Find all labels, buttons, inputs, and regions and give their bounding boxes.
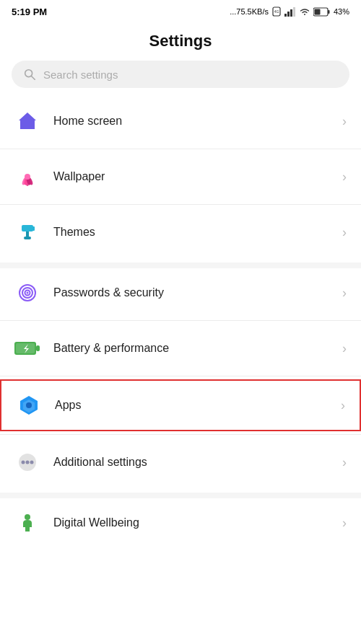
svg-point-18	[25, 174, 30, 180]
page-title: Settings	[0, 32, 361, 50]
svg-rect-22	[32, 226, 35, 231]
svg-point-35	[30, 461, 34, 464]
svg-point-36	[25, 514, 30, 520]
svg-rect-8	[314, 9, 320, 14]
network-speed: ...75.5KB/s	[230, 7, 269, 16]
svg-rect-20	[26, 231, 29, 237]
battery-icon	[313, 7, 331, 17]
page-title-container: Settings	[0, 23, 361, 61]
battery-percent: 43%	[334, 7, 349, 16]
svg-rect-2	[284, 14, 287, 17]
divider-4	[0, 376, 361, 376]
additional-icon	[14, 449, 40, 475]
search-icon	[23, 68, 36, 81]
section-divider-1	[0, 263, 361, 268]
apps-icon	[16, 392, 42, 418]
wallpaper-label: Wallpaper	[53, 170, 342, 183]
divider-2	[0, 204, 361, 205]
svg-rect-19	[22, 225, 33, 231]
svg-rect-4	[290, 9, 292, 17]
home-screen-icon	[14, 108, 40, 134]
svg-point-9	[25, 70, 32, 77]
sim-icon: 4G	[271, 6, 282, 17]
apps-label: Apps	[55, 399, 341, 412]
settings-group-2: Passwords & security › Battery & perform…	[0, 268, 361, 487]
additional-chevron: ›	[342, 455, 347, 470]
svg-rect-12	[25, 124, 30, 129]
svg-rect-5	[293, 7, 295, 17]
settings-item-home-screen[interactable]: Home screen ›	[0, 97, 361, 146]
themes-chevron: ›	[342, 225, 347, 240]
status-icons: ...75.5KB/s 4G 43%	[230, 6, 349, 17]
search-placeholder: Search settings	[43, 69, 118, 81]
themes-label: Themes	[53, 226, 342, 239]
svg-point-31	[26, 402, 32, 408]
settings-group-3: Digital Wellbeing ›	[0, 498, 361, 547]
svg-point-33	[22, 461, 25, 464]
home-screen-label: Home screen	[53, 115, 342, 128]
wallpaper-icon	[14, 164, 40, 190]
wifi-icon	[299, 7, 310, 17]
settings-item-wellbeing[interactable]: Digital Wellbeing ›	[0, 498, 361, 547]
search-bar[interactable]: Search settings	[12, 61, 349, 88]
divider-5	[0, 434, 361, 435]
passwords-chevron: ›	[342, 286, 347, 301]
svg-rect-21	[24, 237, 31, 239]
svg-rect-7	[328, 10, 330, 14]
settings-item-additional[interactable]: Additional settings ›	[0, 438, 361, 487]
status-bar: 5:19 PM ...75.5KB/s 4G 43%	[0, 0, 361, 23]
signal-icon	[284, 7, 296, 17]
svg-point-26	[27, 292, 29, 294]
additional-label: Additional settings	[53, 456, 342, 469]
svg-line-10	[32, 76, 35, 80]
battery-settings-icon	[14, 335, 40, 361]
status-time: 5:19 PM	[12, 6, 47, 17]
settings-item-passwords[interactable]: Passwords & security ›	[0, 268, 361, 317]
wallpaper-chevron: ›	[342, 169, 347, 185]
svg-text:4G: 4G	[274, 9, 279, 14]
passwords-label: Passwords & security	[53, 286, 342, 299]
settings-item-battery[interactable]: Battery & performance ›	[0, 324, 361, 373]
svg-rect-28	[36, 345, 40, 351]
divider-1	[0, 149, 361, 149]
passwords-icon	[14, 280, 40, 306]
divider-3	[0, 320, 361, 321]
wellbeing-chevron: ›	[342, 516, 347, 531]
wellbeing-icon	[14, 510, 40, 536]
apps-chevron: ›	[341, 398, 345, 413]
settings-group-1: Home screen › Wallpaper ›	[0, 97, 361, 257]
battery-chevron: ›	[342, 341, 347, 356]
search-container: Search settings	[0, 61, 361, 97]
svg-rect-3	[287, 12, 290, 17]
settings-item-apps[interactable]: Apps ›	[0, 379, 361, 431]
section-divider-2	[0, 493, 361, 498]
svg-point-34	[26, 461, 30, 464]
battery-label: Battery & performance	[53, 342, 342, 355]
settings-item-themes[interactable]: Themes ›	[0, 208, 361, 257]
home-screen-chevron: ›	[342, 114, 347, 129]
themes-icon	[14, 219, 40, 245]
wellbeing-label: Digital Wellbeing	[53, 516, 342, 529]
settings-item-wallpaper[interactable]: Wallpaper ›	[0, 152, 361, 201]
